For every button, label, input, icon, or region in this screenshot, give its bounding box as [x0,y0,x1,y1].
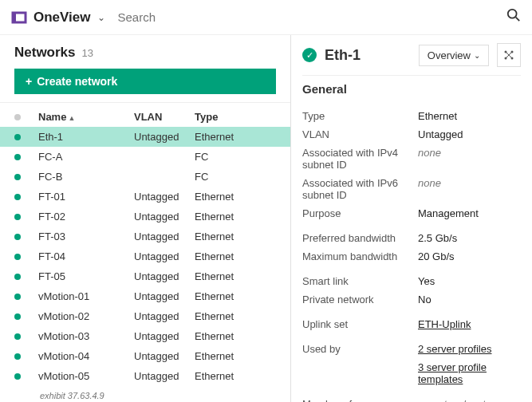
svg-line-3 [516,18,520,22]
row-name: FT-03 [38,231,134,242]
status-dot-icon [14,214,21,220]
actions-icon [503,49,514,61]
table-row[interactable]: FT-02UntaggedEthernet [0,207,290,227]
chevron-down-icon: ⌄ [474,51,480,60]
table-header: Name▲ VLAN Type [0,102,290,127]
row-vlan: Untagged [134,191,195,203]
field-value: 20 Gb/s [418,250,521,262]
field-label: Associated with IPv4 subnet ID [302,147,418,171]
row-type: Ethernet [195,270,255,282]
row-name: vMotion-04 [38,350,134,362]
detail-field: Associated with IPv4 subnet IDnone [302,144,521,174]
actions-button[interactable] [497,43,521,67]
status-dot-icon [14,194,21,200]
detail-field: Member ofno network sets [302,395,521,402]
field-value: none [418,147,521,171]
field-label: Smart link [302,275,418,287]
field-label [302,361,418,385]
status-dot-icon [14,313,21,320]
table-row[interactable]: FC-AFC [0,147,290,167]
table-row[interactable]: vMotion-04UntaggedEthernet [0,346,290,366]
status-dot-icon [14,134,21,140]
detail-field: 3 server profile templates [302,358,521,388]
networks-table: Name▲ VLAN Type Eth-1UntaggedEthernetFC-… [0,102,290,386]
row-vlan: Untagged [134,350,195,362]
row-name: FT-05 [38,270,134,282]
col-vlan[interactable]: VLAN [134,111,195,123]
row-name: vMotion-03 [38,330,134,342]
field-value: none [418,177,521,201]
col-type[interactable]: Type [195,111,255,123]
field-value: Management [418,207,521,219]
app-title: OneView [33,10,91,26]
status-dot-icon [14,333,21,340]
field-label: Associated with IPv6 subnet ID [302,177,418,201]
field-label: VLAN [302,128,418,140]
row-type: FC [195,171,255,183]
row-name: Eth-1 [38,131,134,143]
table-row[interactable]: vMotion-01UntaggedEthernet [0,286,290,306]
row-vlan: Untagged [134,290,195,302]
table-row[interactable]: Eth-1UntaggedEthernet [0,127,290,147]
detail-field: Used by2 server profiles [302,340,521,358]
field-label: Uplink set [302,318,418,330]
field-label: Maximum bandwidth [302,250,418,262]
row-name: FC-B [38,171,134,183]
networks-panel: Networks 13 + Create network Name▲ VLAN … [0,35,291,402]
table-row[interactable]: FT-03UntaggedEthernet [0,227,290,246]
field-value[interactable]: 2 server profiles [418,343,521,355]
detail-field: Associated with IPv6 subnet IDnone [302,174,521,204]
status-dot-icon [14,254,21,260]
field-label: Private network [302,294,418,305]
plus-icon: + [26,75,32,88]
create-network-button[interactable]: + Create network [14,69,276,94]
app-menu-chevron-icon[interactable]: ⌄ [97,12,105,23]
status-ok-icon: ✓ [302,48,317,62]
table-row[interactable]: FT-05UntaggedEthernet [0,266,290,286]
table-row[interactable]: FT-04UntaggedEthernet [0,246,290,266]
overview-dropdown[interactable]: Overview ⌄ [419,45,489,66]
row-name: vMotion-01 [38,290,134,302]
table-row[interactable]: vMotion-02UntaggedEthernet [0,306,290,326]
general-heading: General [302,82,521,99]
row-type: Ethernet [195,290,255,302]
col-name[interactable]: Name▲ [38,111,134,123]
table-row[interactable]: vMotion-05UntaggedEthernet [0,366,290,386]
search-icon[interactable] [506,8,521,26]
field-value: Untagged [418,128,521,140]
svg-rect-1 [13,13,16,22]
brand-logo-icon [11,10,27,26]
row-vlan: Untagged [134,211,195,223]
table-row[interactable]: FT-01UntaggedEthernet [0,187,290,207]
detail-field: TypeEthernet [302,107,521,125]
status-dot-icon [14,274,21,280]
field-label: Type [302,110,418,122]
row-name: FC-A [38,151,134,163]
row-type: Ethernet [195,131,255,143]
detail-field: VLANUntagged [302,125,521,144]
row-name: FT-01 [38,191,134,203]
create-network-label: Create network [37,75,117,88]
table-row[interactable]: vMotion-03UntaggedEthernet [0,326,290,346]
row-name: vMotion-02 [38,310,134,322]
row-name: vMotion-05 [38,370,134,382]
row-type: Ethernet [195,310,255,322]
field-value: No [418,294,521,305]
row-vlan: Untagged [134,270,195,282]
svg-point-2 [508,10,517,18]
row-type: Ethernet [195,191,255,203]
row-type: Ethernet [195,211,255,223]
row-type: Ethernet [195,330,255,342]
detail-field: Uplink setETH-Uplink [302,315,521,333]
status-dot-icon [14,294,21,300]
field-value[interactable]: 3 server profile templates [418,361,521,385]
table-row[interactable]: FC-BFC [0,167,290,187]
field-label: Purpose [302,207,418,219]
field-label: Used by [302,343,418,355]
detail-field: Preferred bandwidth2.5 Gb/s [302,229,521,247]
field-value[interactable]: ETH-Uplink [418,318,521,330]
status-dot-icon [14,174,21,180]
search-input[interactable] [118,10,507,24]
detail-field: Smart linkYes [302,272,521,290]
status-dot-icon [14,154,21,160]
